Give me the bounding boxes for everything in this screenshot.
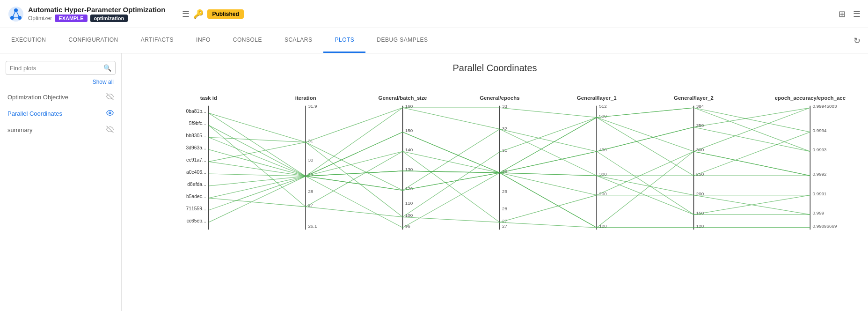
acc-min: 0.99896669 (813, 223, 837, 229)
sidebar-item-label-active: Parallel Coordinates (7, 110, 62, 117)
tab-artifacts[interactable]: ARTIFACTS (130, 28, 185, 53)
search-input[interactable] (10, 65, 103, 72)
task-label-5: ec91a7... (186, 157, 206, 163)
acc-999: 0.999 (813, 210, 824, 215)
l1-500: 500 (599, 113, 607, 118)
axis-label-batch-size: General/batch_size (379, 95, 427, 101)
axis-label-task-id: task id (200, 95, 217, 101)
sidebar-item-parallel-coordinates[interactable]: Parallel Coordinates (0, 105, 121, 122)
tag-optimization: optimization (90, 15, 128, 22)
task-label-7: d8efda... (187, 182, 206, 187)
ep-28: 28 (502, 206, 507, 211)
sidebar-item-label-summary: summary (7, 126, 32, 133)
app-title: Automatic Hyper-Parameter Optimization (28, 6, 165, 14)
content-area: Parallel Coordinates 0ba81b... 5f9bfc...… (122, 53, 868, 311)
id-icon-btn[interactable]: 🔑 (193, 9, 204, 19)
sidebar-item-label: Optimization Objective (7, 94, 68, 101)
task-label-6: a0c406... (186, 170, 206, 175)
iter-max: 31.9 (308, 104, 317, 109)
tab-execution[interactable]: EXECUTION (0, 28, 58, 53)
status-badge: Published (207, 9, 243, 19)
bs-150: 150 (405, 128, 413, 133)
app-info: Automatic Hyper-Parameter Optimization O… (28, 6, 165, 22)
tag-example: EXAMPLE (55, 15, 87, 22)
description-icon-btn[interactable]: ☰ (182, 9, 190, 19)
plot-title: Parallel Coordinates (131, 63, 859, 74)
axis-label-accuracy: epoch_accuracy/epoch_acc (775, 95, 846, 101)
tab-scalars[interactable]: SCALARS (273, 28, 324, 53)
header: Automatic Hyper-Parameter Optimization O… (0, 0, 868, 28)
parallel-line-13 (209, 129, 810, 195)
search-icon: 🔍 (103, 64, 111, 72)
task-label-4: 3d963a... (186, 145, 206, 150)
task-label-2: 5f9bfc... (189, 121, 206, 126)
tab-plots[interactable]: PLOTS (323, 28, 365, 53)
parallel-line-5 (209, 151, 810, 215)
ep-27b: 27 (502, 223, 507, 229)
acc-9992: 0.9992 (813, 171, 827, 177)
app-subtitle-label: Optimizer (28, 15, 52, 22)
axis-label-iteration: iteration (295, 95, 316, 101)
layout-icon-btn[interactable]: ⊞ (839, 9, 846, 19)
iter-min: 26.1 (308, 223, 317, 229)
ep-29: 29 (502, 189, 507, 194)
tab-debug-samples[interactable]: DEBUG SAMPLES (365, 28, 439, 53)
sidebar-item-optimization-objective[interactable]: Optimization Objective (0, 89, 121, 105)
task-label-3: bb8305... (186, 133, 206, 138)
axis-label-epochs: General/epochs (480, 95, 519, 101)
axis-label-layer2: General/layer_2 (674, 95, 714, 101)
sidebar: 🔍 Show all Optimization Objective Parall… (0, 53, 122, 311)
sidebar-item-summary[interactable]: summary (0, 122, 121, 138)
acc-9994: 0.9994 (813, 128, 827, 133)
tab-console[interactable]: CONSOLE (222, 28, 273, 53)
hidden-icon-summary (106, 126, 114, 134)
menu-icon-btn[interactable]: ☰ (853, 9, 861, 19)
tab-info[interactable]: INFO (185, 28, 222, 53)
acc-9993: 0.9993 (813, 147, 827, 152)
refresh-button[interactable]: ↻ (853, 36, 861, 46)
axis-label-layer1: General/layer_1 (577, 95, 617, 101)
acc-max: 0.99945003 (813, 104, 837, 109)
visible-icon (106, 109, 114, 118)
acc-9991: 0.9991 (813, 191, 827, 196)
app-logo-icon (7, 6, 24, 22)
l1-512: 512 (599, 104, 606, 109)
parallel-line-2 (209, 125, 810, 176)
tab-configuration[interactable]: CONFIGURATION (58, 28, 130, 53)
iter-30: 30 (308, 157, 313, 163)
show-all-link[interactable]: Show all (0, 79, 121, 89)
search-container: 🔍 (6, 61, 116, 75)
main-layout: 🔍 Show all Optimization Objective Parall… (0, 53, 868, 311)
task-label-1: 0ba81b... (186, 109, 206, 114)
parallel-line-10 (209, 132, 810, 228)
l2-384: 384 (696, 104, 704, 109)
parallel-line-4 (209, 149, 810, 176)
iter-28: 28 (308, 189, 313, 194)
task-label-9: 711559... (186, 206, 206, 211)
nav-tabs: EXECUTION CONFIGURATION ARTIFACTS INFO C… (0, 28, 868, 53)
parallel-line-9 (209, 108, 810, 210)
task-label-10: cc65eb... (187, 218, 206, 223)
bs-110: 110 (405, 200, 413, 206)
hidden-icon (106, 93, 114, 102)
app-subtitle: Optimizer EXAMPLE optimization (28, 15, 165, 22)
app-logo: Automatic Hyper-Parameter Optimization O… (7, 6, 165, 22)
chart-svg: 0ba81b... 5f9bfc... bb8305... 3d963a... … (131, 85, 859, 263)
parallel-line-14 (209, 151, 810, 228)
svg-point-8 (109, 112, 111, 114)
task-label-8: b5adec... (186, 194, 206, 199)
parallel-line-6 (209, 173, 810, 215)
header-icons: ⊞ ☰ (839, 9, 861, 19)
bs-140: 140 (405, 147, 413, 152)
parallel-line-11 (209, 108, 810, 151)
parallel-coordinates-chart: 0ba81b... 5f9bfc... bb8305... 3d963a... … (131, 85, 859, 263)
